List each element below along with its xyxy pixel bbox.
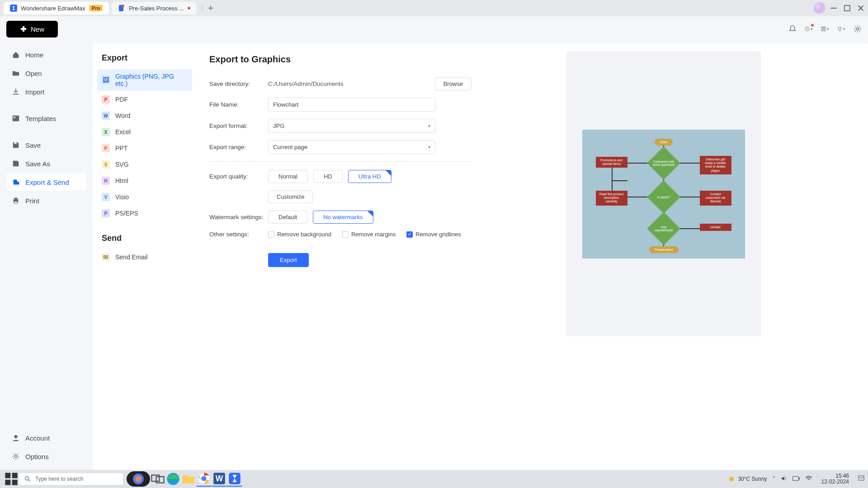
- svg-rect-10: [821, 29, 823, 31]
- tab-label: Pre-Sales Process ...: [129, 5, 184, 12]
- export-type-ppt[interactable]: PPPT: [97, 141, 192, 156]
- start-button[interactable]: [4, 471, 19, 487]
- nav-print[interactable]: Print: [6, 192, 86, 209]
- shirt-icon[interactable]: ▾: [837, 25, 845, 33]
- nav-templates[interactable]: Templates: [6, 110, 86, 127]
- fc-start: Start: [655, 139, 673, 145]
- nav-label: Save: [25, 141, 41, 149]
- fc-promo: Promotions and special items: [596, 157, 627, 168]
- quality-hd[interactable]: HD: [313, 170, 343, 183]
- svg-rect-24: [12, 480, 18, 485]
- print-icon: [12, 197, 20, 205]
- main-column: Export to Graphics Save directory: C:/Us…: [197, 43, 868, 470]
- other-label: Other settings:: [209, 231, 268, 238]
- checkbox-checked-icon: ✓: [406, 231, 413, 238]
- bell-icon[interactable]: [788, 25, 797, 33]
- taskbar-edrawmax[interactable]: [227, 471, 242, 487]
- range-select[interactable]: Current page▾: [268, 140, 435, 154]
- tray-wifi-icon[interactable]: [805, 476, 812, 483]
- taskbar-explorer[interactable]: [181, 471, 196, 487]
- taskbar-search[interactable]: Type here to search: [19, 473, 123, 485]
- maximize-icon[interactable]: [844, 5, 851, 12]
- nav-open[interactable]: Open: [6, 65, 86, 82]
- notification-dot-icon: [811, 24, 814, 27]
- export-type-label: Html: [115, 177, 128, 184]
- range-label: Export range:: [209, 144, 268, 150]
- svg-point-12: [856, 28, 859, 30]
- import-icon: [12, 88, 20, 96]
- export-type-visio[interactable]: VVisio: [97, 189, 192, 205]
- tray-battery-icon[interactable]: [793, 476, 800, 482]
- nav-save[interactable]: Save: [6, 136, 86, 154]
- chk-remove-bg[interactable]: Remove background: [268, 231, 331, 238]
- tab-edrawmax[interactable]: Wondershare EdrawMax Pro: [4, 2, 109, 14]
- taskbar-word[interactable]: W: [212, 471, 227, 487]
- tray-volume-icon[interactable]: [781, 475, 787, 483]
- weather-icon[interactable]: 30°C Sunny: [728, 475, 767, 483]
- new-tab-button[interactable]: [205, 3, 216, 14]
- excel-file-icon: X: [102, 128, 110, 136]
- nav-options[interactable]: Options: [6, 448, 86, 465]
- format-select[interactable]: JPG▾: [268, 119, 435, 133]
- chk-label: Remove background: [277, 231, 331, 238]
- fc-instock: In stock?: [657, 195, 670, 198]
- svg-point-25: [25, 477, 29, 480]
- tray-chevron-icon[interactable]: ˄: [773, 476, 775, 482]
- svg-rect-23: [5, 480, 10, 485]
- tab-presales[interactable]: Pre-Sales Process ...: [112, 2, 197, 14]
- svg-rect-15: [14, 142, 16, 144]
- watermark-default[interactable]: Default: [268, 211, 307, 224]
- svg-point-2: [122, 5, 124, 7]
- nav-label: Print: [25, 197, 39, 205]
- svg-text:W: W: [216, 474, 223, 483]
- taskbar-copilot[interactable]: [127, 471, 150, 487]
- export-type-pdf[interactable]: PPDF: [97, 92, 192, 107]
- svg-rect-28: [151, 475, 159, 482]
- image-file-icon: 🖼: [102, 76, 110, 84]
- chk-remove-gridlines[interactable]: ✓Remove gridlines: [406, 231, 461, 238]
- export-button[interactable]: Export: [268, 253, 309, 267]
- gear-icon[interactable]: [854, 25, 862, 33]
- export-type-html[interactable]: HHtml: [97, 173, 192, 188]
- watermark-none[interactable]: No watermarks: [313, 211, 373, 224]
- grid-icon[interactable]: ▾: [821, 25, 829, 33]
- fc-line: [612, 180, 627, 181]
- nav-export-send[interactable]: Export & Send: [6, 174, 86, 191]
- fc-read-desc: Read the product description carefully: [596, 191, 627, 206]
- minimize-icon[interactable]: [830, 5, 837, 12]
- export-type-svg[interactable]: SSVG: [97, 157, 192, 172]
- chevron-down-icon: ▾: [428, 123, 430, 128]
- send-email[interactable]: ✉Send Email: [97, 249, 192, 265]
- close-icon[interactable]: [857, 5, 864, 12]
- new-button-label: New: [31, 25, 44, 33]
- nav-home[interactable]: Home: [6, 46, 86, 63]
- clock[interactable]: 15:46 12-02-2024: [818, 473, 853, 485]
- nav-saveas[interactable]: Save As: [6, 155, 86, 172]
- customize-button[interactable]: Customize: [268, 190, 313, 203]
- chk-remove-margins[interactable]: Remove margins: [342, 231, 396, 238]
- svg-point-19: [14, 435, 17, 438]
- svg-rect-21: [5, 473, 10, 478]
- filename-input[interactable]: [268, 98, 435, 112]
- avatar[interactable]: [814, 2, 826, 14]
- export-type-graphics[interactable]: 🖼Graphics (PNG, JPG etc.): [97, 69, 192, 91]
- quality-uhd[interactable]: Ultra HD: [348, 170, 392, 183]
- taskbar-edge[interactable]: [165, 471, 181, 487]
- browse-button[interactable]: Browse: [435, 77, 472, 90]
- nav-account[interactable]: Account: [6, 429, 86, 446]
- svg-rect-38: [793, 477, 798, 481]
- nav-label: Open: [25, 70, 42, 77]
- export-type-word[interactable]: WWord: [97, 108, 192, 123]
- export-type-excel[interactable]: XExcel: [97, 124, 192, 140]
- svg-point-27: [135, 476, 142, 482]
- quality-normal[interactable]: Normal: [268, 170, 308, 183]
- nav-label: Save As: [25, 160, 50, 168]
- taskbar-taskview[interactable]: [150, 471, 165, 487]
- export-type-pseps[interactable]: PPS/EPS: [97, 206, 192, 221]
- nav-import[interactable]: Import: [6, 83, 86, 100]
- new-button[interactable]: New: [6, 21, 58, 38]
- taskbar-chrome[interactable]: [196, 471, 212, 487]
- nav-label: Options: [25, 453, 49, 460]
- help-icon[interactable]: ?▾: [805, 25, 813, 33]
- tray-notifications-icon[interactable]: [858, 475, 864, 483]
